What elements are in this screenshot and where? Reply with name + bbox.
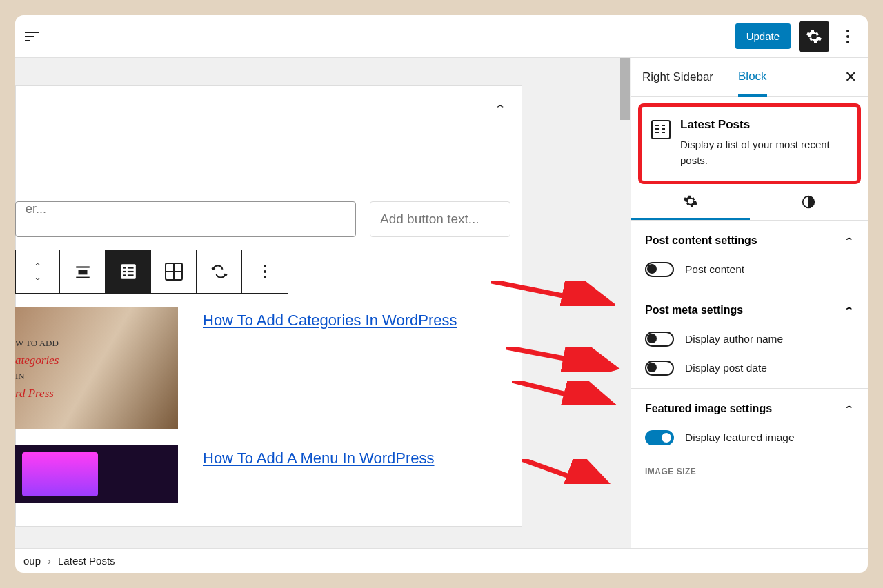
toggle-label: Display author name <box>685 333 783 345</box>
swap-icon <box>210 263 228 281</box>
block-settings-tabs <box>631 184 868 221</box>
toolbar-list-view[interactable] <box>106 250 151 293</box>
panel-header[interactable]: Featured image settings ⌃ <box>645 401 854 416</box>
kebab-icon <box>846 30 849 43</box>
block-toolbar: ⌃ ⌃ <box>15 250 288 294</box>
contrast-icon <box>801 194 816 210</box>
svg-line-12 <box>512 381 615 405</box>
latest-posts-block[interactable]: W TO ADD ategories IN rd Press How To Ad… <box>15 307 519 520</box>
settings-sidebar: Right Sidebar Block ✕ Latest Posts Displ… <box>631 58 868 548</box>
svg-rect-7 <box>127 271 133 272</box>
chevron-down-icon: ⌃ <box>34 274 42 281</box>
svg-rect-8 <box>123 274 126 276</box>
svg-rect-5 <box>127 267 133 269</box>
button-text-input[interactable]: Add button text... <box>370 201 510 237</box>
chevron-up-icon: ⌃ <box>844 305 854 314</box>
svg-line-13 <box>522 459 617 484</box>
scrollbar-track[interactable] <box>619 58 631 548</box>
gear-icon <box>683 194 698 209</box>
tab-right-sidebar[interactable]: Right Sidebar <box>642 59 713 95</box>
more-options-button[interactable] <box>837 21 858 52</box>
align-icon <box>74 263 92 281</box>
post-thumbnail <box>15 445 178 503</box>
post-title-link[interactable]: How To Add Categories In WordPress <box>203 307 457 429</box>
toolbar-move[interactable]: ⌃ ⌃ <box>16 250 60 293</box>
scrollbar-thumb[interactable] <box>620 58 630 120</box>
image-size-label: IMAGE SIZE <box>631 458 868 476</box>
breadcrumb-item[interactable]: Latest Posts <box>58 555 115 567</box>
panel-header[interactable]: Post meta settings ⌃ <box>645 303 854 318</box>
block-title: Latest Posts <box>680 118 848 132</box>
settings-tab-styles[interactable] <box>750 184 869 220</box>
annotation-arrow <box>522 459 631 484</box>
grid-icon <box>165 263 183 281</box>
toggle-post-content[interactable] <box>645 262 674 277</box>
svg-rect-0 <box>76 266 90 267</box>
chevron-right-icon: › <box>48 555 51 567</box>
svg-line-11 <box>506 347 615 368</box>
post-thumbnail: W TO ADD ategories IN rd Press <box>15 307 178 429</box>
panel-header[interactable]: Post content settings ⌃ <box>645 233 854 248</box>
toggle-label: Display featured image <box>685 432 795 444</box>
editor-canvas[interactable]: ⌃ er... Add button text... ⌃ ⌃ <box>15 58 631 548</box>
post-item: W TO ADD ategories IN rd Press How To Ad… <box>15 307 519 429</box>
svg-rect-6 <box>123 271 126 272</box>
toolbar-grid[interactable] <box>151 250 197 293</box>
top-toolbar: Update <box>15 15 868 58</box>
chevron-up-icon: ⌃ <box>844 404 854 413</box>
settings-tab-settings[interactable] <box>631 184 750 220</box>
annotation-arrow <box>506 347 631 372</box>
tab-block[interactable]: Block <box>738 59 767 97</box>
panel-post-meta: Post meta settings ⌃ Display author name… <box>631 290 868 389</box>
settings-button[interactable] <box>799 21 829 52</box>
block-description: Display a list of your most recent posts… <box>680 137 848 168</box>
latest-posts-icon <box>651 120 671 139</box>
collapse-caret-icon[interactable]: ⌃ <box>494 103 506 114</box>
toolbar-transform[interactable] <box>197 250 242 293</box>
toggle-author-name[interactable] <box>645 332 674 347</box>
close-sidebar-button[interactable]: ✕ <box>844 68 857 86</box>
toggle-label: Post content <box>685 263 744 276</box>
svg-rect-1 <box>78 270 87 275</box>
toolbar-more[interactable] <box>242 250 288 293</box>
svg-rect-2 <box>76 277 90 278</box>
list-icon <box>119 263 137 281</box>
chevron-up-icon: ⌃ <box>844 236 854 245</box>
post-title-link[interactable]: How To Add A Menu In WordPress <box>203 445 434 503</box>
menu-toggle-icon[interactable] <box>22 27 41 46</box>
kebab-icon <box>264 265 266 278</box>
gear-icon <box>806 28 822 45</box>
panel-featured-image: Featured image settings ⌃ Display featur… <box>631 389 868 458</box>
svg-rect-9 <box>127 274 133 276</box>
toggle-label: Display post date <box>685 362 767 374</box>
update-button[interactable]: Update <box>735 23 791 49</box>
chevron-up-icon: ⌃ <box>34 262 42 269</box>
svg-rect-4 <box>123 267 126 269</box>
annotation-arrow <box>512 381 631 405</box>
toggle-post-date[interactable] <box>645 361 674 376</box>
toolbar-align[interactable] <box>60 250 106 293</box>
panel-post-content: Post content settings ⌃ Post content <box>631 221 868 290</box>
toggle-featured-image[interactable] <box>645 430 674 445</box>
breadcrumb-item[interactable]: oup <box>23 555 41 567</box>
block-breadcrumb: oup › Latest Posts <box>15 548 868 573</box>
block-info-card: Latest Posts Display a list of your most… <box>638 103 861 184</box>
post-item: How To Add A Menu In WordPress <box>15 445 519 503</box>
sidebar-tabs: Right Sidebar Block ✕ <box>631 58 868 97</box>
search-input[interactable]: er... <box>15 201 356 237</box>
